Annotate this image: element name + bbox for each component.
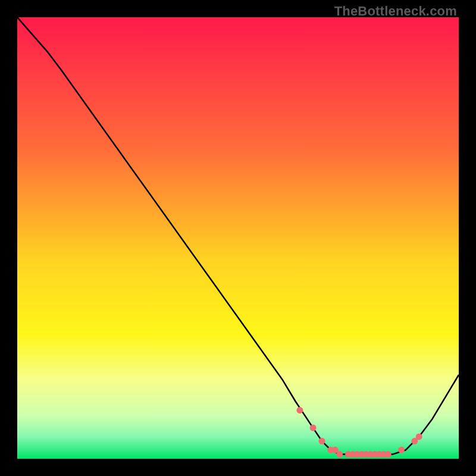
gradient-background bbox=[17, 17, 459, 459]
marker-dot bbox=[319, 438, 325, 444]
marker-dot bbox=[385, 451, 392, 458]
marker-dot bbox=[336, 451, 343, 458]
plot-area bbox=[17, 17, 459, 459]
marker-dot bbox=[416, 433, 422, 440]
chart-frame: TheBottleneck.com bbox=[0, 0, 476, 476]
marker-dot bbox=[310, 425, 317, 431]
chart-svg bbox=[17, 17, 459, 459]
marker-dot bbox=[296, 407, 303, 414]
marker-dot bbox=[398, 447, 405, 453]
